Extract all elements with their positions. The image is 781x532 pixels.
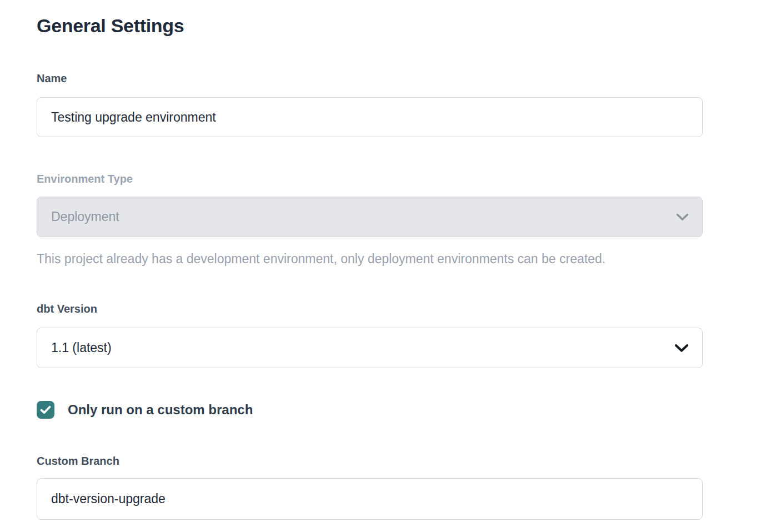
custom-branch-label: Custom Branch xyxy=(37,455,703,468)
custom-branch-checkbox-label[interactable]: Only run on a custom branch xyxy=(68,402,253,418)
environment-type-selected-value: Deployment xyxy=(51,209,119,224)
check-icon xyxy=(40,405,51,414)
custom-branch-checkbox[interactable] xyxy=(37,401,54,419)
custom-branch-input[interactable] xyxy=(37,478,703,520)
general-settings-form: General Settings Name Environment Type D… xyxy=(37,15,703,520)
environment-type-select: Deployment xyxy=(37,197,703,237)
dbt-version-selected-value: 1.1 (latest) xyxy=(51,340,112,355)
environment-type-label: Environment Type xyxy=(37,173,703,185)
chevron-down-icon xyxy=(676,213,689,221)
dbt-version-label: dbt Version xyxy=(37,303,703,315)
custom-branch-toggle-row: Only run on a custom branch xyxy=(37,401,703,419)
environment-type-help-text: This project already has a development e… xyxy=(37,251,703,267)
page-title: General Settings xyxy=(37,15,703,37)
name-input[interactable] xyxy=(37,97,703,137)
name-label: Name xyxy=(37,72,703,85)
chevron-down-icon xyxy=(674,344,689,353)
dbt-version-select[interactable]: 1.1 (latest) xyxy=(37,328,703,368)
